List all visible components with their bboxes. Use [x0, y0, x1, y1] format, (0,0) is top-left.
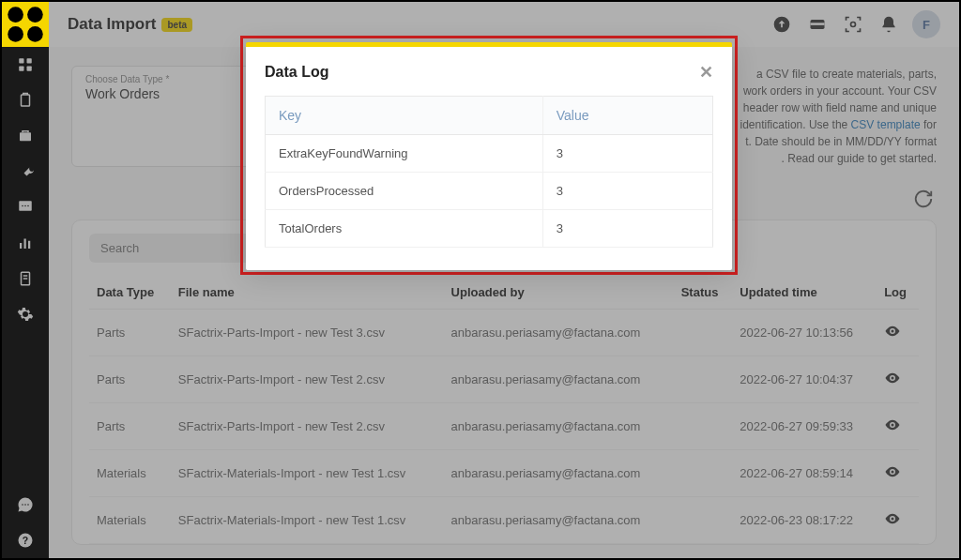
svg-point-12 — [24, 205, 26, 207]
modal-title: Data Log — [265, 64, 328, 81]
svg-point-2 — [8, 26, 23, 42]
sidebar-nav-inventory[interactable] — [2, 118, 49, 154]
svg-rect-4 — [19, 58, 23, 63]
log-col-value: Value — [542, 97, 712, 135]
svg-rect-16 — [28, 241, 30, 249]
sidebar-nav-maintenance[interactable] — [2, 154, 49, 189]
log-row: TotalOrders3 — [266, 210, 713, 248]
sidebar-nav-clipboard[interactable] — [2, 83, 49, 118]
svg-point-21 — [24, 504, 26, 506]
sidebar: ? — [2, 2, 49, 558]
svg-point-0 — [8, 7, 23, 23]
sidebar-nav-reports[interactable] — [2, 189, 49, 225]
sidebar-nav-documents[interactable] — [2, 261, 49, 296]
svg-rect-5 — [27, 58, 32, 63]
svg-rect-9 — [20, 132, 31, 141]
svg-point-11 — [22, 205, 23, 207]
data-log-table: Key Value ExtraKeyFoundWarning3OrdersPro… — [265, 96, 713, 248]
app-logo — [2, 2, 49, 47]
svg-rect-14 — [20, 243, 22, 249]
sidebar-nav-settings[interactable] — [2, 296, 49, 332]
data-log-modal: Data Log ✕ Key Value ExtraKeyFoundWarnin… — [246, 42, 732, 270]
log-row: OrdersProcessed3 — [266, 173, 713, 210]
svg-rect-15 — [24, 239, 26, 250]
svg-point-22 — [27, 504, 29, 506]
svg-text:?: ? — [23, 535, 28, 546]
sidebar-nav-chat[interactable] — [2, 487, 49, 522]
svg-rect-8 — [22, 95, 30, 106]
sidebar-nav-dashboard[interactable] — [2, 47, 49, 83]
sidebar-nav-analytics[interactable] — [2, 225, 49, 261]
svg-point-3 — [27, 26, 43, 42]
log-row: ExtraKeyFoundWarning3 — [266, 135, 713, 173]
svg-rect-7 — [27, 67, 32, 71]
log-col-key: Key — [266, 97, 543, 135]
sidebar-nav-help[interactable]: ? — [2, 522, 49, 558]
svg-point-20 — [22, 504, 23, 506]
modal-close-button[interactable]: ✕ — [699, 62, 713, 83]
svg-point-1 — [27, 7, 43, 23]
svg-rect-6 — [19, 67, 23, 71]
svg-point-13 — [27, 205, 29, 207]
